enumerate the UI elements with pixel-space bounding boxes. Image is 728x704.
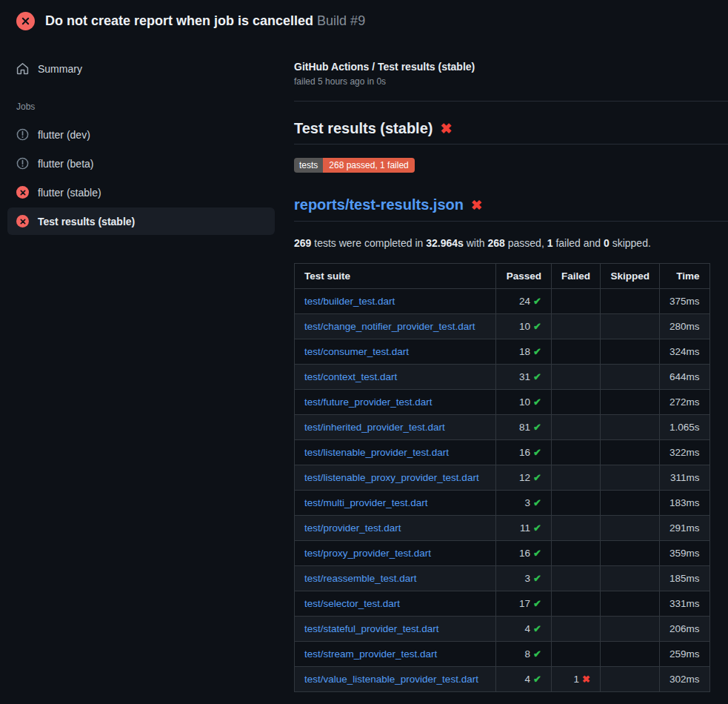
table-row: test/selector_test.dart17✔331ms [295, 591, 710, 617]
skipped-cell [601, 314, 660, 339]
test-suite-cell: test/provider_test.dart [295, 516, 496, 541]
test-suite-cell: test/stateful_provider_test.dart [295, 617, 496, 642]
failed-status-icon [16, 186, 29, 199]
report-file-link[interactable]: reports/test-results.json [294, 196, 464, 213]
test-table-body: test/builder_test.dart24✔375mstest/chang… [295, 289, 710, 692]
section-title: Test results (stable) ✖ [294, 120, 728, 145]
passed-cell: 11✔ [496, 516, 552, 541]
passed-cell: 10✔ [496, 390, 552, 415]
table-row: test/proxy_provider_test.dart16✔359ms [295, 541, 710, 566]
table-row: test/change_notifier_provider_test.dart1… [295, 314, 710, 339]
time-cell: 291ms [660, 516, 710, 541]
skipped-cell [601, 516, 660, 541]
main-panel: GitHub Actions / Test results (stable) f… [282, 41, 728, 692]
breadcrumb: GitHub Actions / Test results (stable) [294, 61, 728, 73]
column-header-time: Time [660, 264, 710, 289]
column-header-failed: Failed [552, 264, 601, 289]
test-suite-link[interactable]: test/multi_provider_test.dart [304, 497, 428, 508]
failed-x-icon: ✖ [440, 120, 452, 137]
report-title: reports/test-results.json ✖ [294, 196, 728, 222]
test-suite-cell: test/stream_provider_test.dart [295, 642, 496, 667]
passed-cell: 10✔ [496, 314, 552, 339]
table-row: test/consumer_test.dart18✔324ms [295, 339, 710, 365]
failed-cell [552, 390, 601, 415]
failed-x-icon: ✖ [582, 674, 590, 685]
badge-value: 268 passed, 1 failed [323, 158, 414, 173]
summary-line: 269 tests were completed in 32.964s with… [294, 237, 728, 249]
skipped-cell [601, 390, 660, 415]
tests-badge: tests268 passed, 1 failed [294, 158, 415, 173]
failed-cell [552, 339, 601, 365]
skipped-cell [601, 339, 660, 365]
test-suite-cell: test/reassemble_test.dart [295, 566, 496, 591]
section-title-text: Test results (stable) [294, 120, 433, 137]
failed-x-icon: ✖ [471, 197, 482, 213]
table-row: test/stateful_provider_test.dart4✔206ms [295, 617, 710, 642]
sidebar-item-flutter-dev[interactable]: flutter (dev) [7, 121, 275, 148]
test-suite-cell: test/future_provider_test.dart [295, 390, 496, 415]
table-row: test/reassemble_test.dart3✔185ms [295, 566, 710, 591]
failed-cell [552, 617, 601, 642]
test-suite-cell: test/listenable_provider_test.dart [295, 440, 496, 465]
failed-cell [552, 516, 601, 541]
test-suite-link[interactable]: test/future_provider_test.dart [304, 396, 433, 408]
test-suite-link[interactable]: test/stateful_provider_test.dart [304, 623, 439, 634]
skipped-cell [601, 465, 660, 491]
test-suite-cell: test/context_test.dart [295, 365, 496, 390]
test-suite-cell: test/change_notifier_provider_test.dart [295, 314, 496, 339]
passed-check-icon: ✔ [533, 522, 541, 534]
time-cell: 324ms [660, 339, 710, 365]
test-suite-cell: test/inherited_provider_test.dart [295, 415, 496, 440]
table-row: test/provider_test.dart11✔291ms [295, 516, 710, 541]
passed-check-icon: ✔ [533, 674, 541, 685]
passed-cell: 16✔ [496, 541, 552, 566]
test-suite-link[interactable]: test/value_listenable_provider_test.dart [304, 674, 478, 685]
time-cell: 644ms [660, 365, 710, 390]
failed-cell [552, 566, 601, 591]
passed-check-icon: ✔ [533, 422, 541, 433]
time-cell: 185ms [660, 566, 710, 591]
passed-check-icon: ✔ [533, 447, 541, 458]
test-suite-link[interactable]: test/context_test.dart [304, 371, 397, 382]
test-suite-link[interactable]: test/selector_test.dart [304, 598, 400, 609]
skipped-cell [601, 591, 660, 617]
passed-cell: 8✔ [496, 642, 552, 667]
passed-cell: 18✔ [496, 339, 552, 365]
passed-cell: 16✔ [496, 440, 552, 465]
failed-status-icon [16, 215, 29, 228]
test-suite-link[interactable]: test/consumer_test.dart [304, 346, 409, 357]
test-suite-link[interactable]: test/change_notifier_provider_test.dart [304, 321, 475, 332]
passed-cell: 3✔ [496, 566, 552, 591]
test-suite-link[interactable]: test/listenable_proxy_provider_test.dart [304, 472, 479, 483]
test-suite-link[interactable]: test/proxy_provider_test.dart [304, 548, 431, 559]
passed-cell: 12✔ [496, 465, 552, 491]
test-suite-link[interactable]: test/inherited_provider_test.dart [304, 422, 445, 433]
test-suite-cell: test/selector_test.dart [295, 591, 496, 617]
test-suite-cell: test/listenable_proxy_provider_test.dart [295, 465, 496, 491]
sidebar-item-flutter-beta[interactable]: flutter (beta) [7, 150, 275, 177]
passed-check-icon: ✔ [533, 472, 541, 483]
time-cell: 331ms [660, 591, 710, 617]
table-row: test/builder_test.dart24✔375ms [295, 289, 710, 314]
status-line: failed 5 hours ago in 0s [294, 76, 728, 87]
neutral-status-icon [16, 157, 29, 170]
test-suite-link[interactable]: test/reassemble_test.dart [304, 573, 417, 584]
sidebar-item-flutter-stable[interactable]: flutter (stable) [7, 179, 275, 206]
jobs-section-label: Jobs [16, 102, 275, 112]
test-suite-link[interactable]: test/provider_test.dart [304, 522, 401, 534]
sidebar-item-label: flutter (stable) [38, 187, 101, 199]
skipped-cell [601, 566, 660, 591]
test-suite-cell: test/consumer_test.dart [295, 339, 496, 365]
home-icon [16, 62, 29, 75]
sidebar-item-label: Test results (stable) [38, 216, 135, 228]
failed-cell [552, 365, 601, 390]
failed-cell [552, 314, 601, 339]
test-suite-link[interactable]: test/listenable_provider_test.dart [304, 447, 449, 458]
skipped-cell [601, 365, 660, 390]
sidebar-item-summary[interactable]: Summary [7, 55, 275, 82]
test-suite-link[interactable]: test/stream_provider_test.dart [304, 648, 437, 660]
neutral-status-icon [16, 128, 29, 141]
passed-check-icon: ✔ [533, 548, 541, 559]
sidebar-item-test-results-stable[interactable]: Test results (stable) [7, 207, 275, 235]
test-suite-link[interactable]: test/builder_test.dart [304, 296, 395, 307]
